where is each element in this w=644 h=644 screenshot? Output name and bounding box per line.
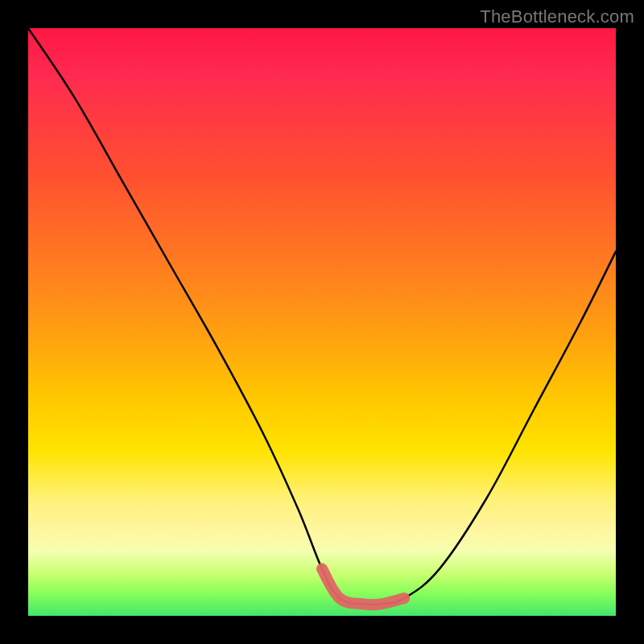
bottleneck-curve	[28, 28, 616, 605]
watermark-text: TheBottleneck.com	[480, 6, 634, 27]
bottleneck-curve-highlight	[322, 569, 404, 605]
plot-area	[28, 28, 616, 616]
curve-svg	[28, 28, 616, 616]
chart-frame: TheBottleneck.com	[0, 0, 644, 644]
